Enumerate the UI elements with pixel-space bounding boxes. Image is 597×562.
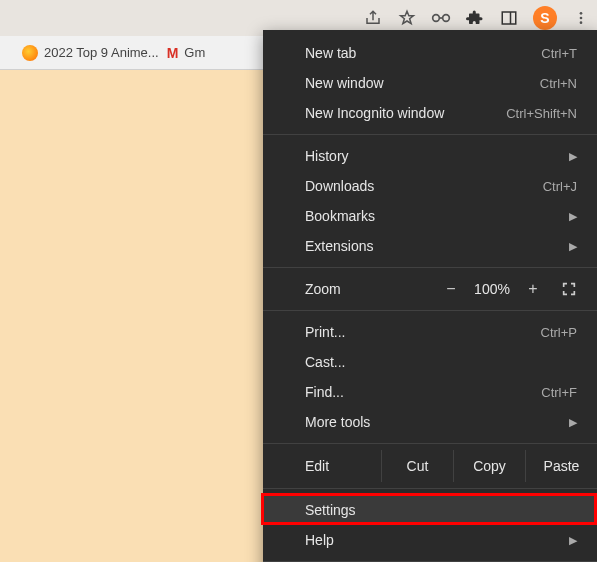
menu-new-window[interactable]: New window Ctrl+N <box>263 68 597 98</box>
menu-separator <box>263 310 597 311</box>
edit-label: Edit <box>263 450 381 482</box>
bookmark-item-gmail[interactable]: M Gm <box>167 45 206 61</box>
chevron-right-icon: ▶ <box>569 416 577 429</box>
menu-separator <box>263 134 597 135</box>
menu-label: New Incognito window <box>305 105 444 121</box>
zoom-in-button[interactable]: + <box>517 280 549 298</box>
menu-shortcut: Ctrl+N <box>540 76 577 91</box>
menu-edit-row: Edit Cut Copy Paste <box>263 450 597 482</box>
menu-label: Downloads <box>305 178 374 194</box>
menu-label: History <box>305 148 349 164</box>
menu-label: Help <box>305 532 334 548</box>
menu-shortcut: Ctrl+F <box>541 385 577 400</box>
avatar-letter: S <box>540 10 549 26</box>
chevron-right-icon: ▶ <box>569 240 577 253</box>
menu-history[interactable]: History ▶ <box>263 141 597 171</box>
extensions-icon[interactable] <box>465 8 485 28</box>
extension-link-icon[interactable] <box>431 8 451 28</box>
menu-label: Extensions <box>305 238 373 254</box>
zoom-out-button[interactable]: − <box>435 280 467 298</box>
menu-label: Print... <box>305 324 345 340</box>
menu-shortcut: Ctrl+Shift+N <box>506 106 577 121</box>
menu-label: Cast... <box>305 354 345 370</box>
menu-bookmarks[interactable]: Bookmarks ▶ <box>263 201 597 231</box>
chevron-right-icon: ▶ <box>569 150 577 163</box>
cut-button[interactable]: Cut <box>381 450 453 482</box>
bookmark-item-anime[interactable]: 2022 Top 9 Anime... <box>22 45 159 61</box>
svg-point-4 <box>580 12 583 15</box>
menu-label: Find... <box>305 384 344 400</box>
chrome-menu: New tab Ctrl+T New window Ctrl+N New Inc… <box>263 30 597 562</box>
menu-downloads[interactable]: Downloads Ctrl+J <box>263 171 597 201</box>
menu-shortcut: Ctrl+T <box>541 46 577 61</box>
menu-label: New tab <box>305 45 356 61</box>
favicon-anime-icon <box>22 45 38 61</box>
menu-new-incognito[interactable]: New Incognito window Ctrl+Shift+N <box>263 98 597 128</box>
menu-separator <box>263 267 597 268</box>
menu-separator <box>263 443 597 444</box>
svg-point-1 <box>443 15 450 22</box>
menu-extensions[interactable]: Extensions ▶ <box>263 231 597 261</box>
svg-rect-2 <box>502 12 516 24</box>
fullscreen-icon[interactable] <box>561 281 577 297</box>
profile-avatar[interactable]: S <box>533 6 557 30</box>
bookmark-label: 2022 Top 9 Anime... <box>44 45 159 60</box>
chevron-right-icon: ▶ <box>569 534 577 547</box>
menu-more-tools[interactable]: More tools ▶ <box>263 407 597 437</box>
menu-help[interactable]: Help ▶ <box>263 525 597 555</box>
menu-shortcut: Ctrl+J <box>543 179 577 194</box>
svg-point-6 <box>580 21 583 24</box>
menu-settings[interactable]: Settings <box>263 495 597 525</box>
bookmark-label: Gm <box>184 45 205 60</box>
zoom-value: 100% <box>467 281 517 297</box>
menu-print[interactable]: Print... Ctrl+P <box>263 317 597 347</box>
menu-cast[interactable]: Cast... <box>263 347 597 377</box>
menu-new-tab[interactable]: New tab Ctrl+T <box>263 38 597 68</box>
menu-zoom-row: Zoom − 100% + <box>263 274 597 304</box>
kebab-menu-icon[interactable] <box>571 8 591 28</box>
favicon-gmail-icon: M <box>167 45 179 61</box>
menu-label: New window <box>305 75 384 91</box>
svg-point-0 <box>433 15 440 22</box>
svg-point-5 <box>580 17 583 20</box>
menu-label: Bookmarks <box>305 208 375 224</box>
menu-separator <box>263 488 597 489</box>
copy-button[interactable]: Copy <box>453 450 525 482</box>
menu-label: More tools <box>305 414 370 430</box>
paste-button[interactable]: Paste <box>525 450 597 482</box>
side-panel-icon[interactable] <box>499 8 519 28</box>
star-icon[interactable] <box>397 8 417 28</box>
menu-find[interactable]: Find... Ctrl+F <box>263 377 597 407</box>
share-icon[interactable] <box>363 8 383 28</box>
menu-shortcut: Ctrl+P <box>541 325 577 340</box>
chevron-right-icon: ▶ <box>569 210 577 223</box>
menu-label: Settings <box>305 502 356 518</box>
zoom-label: Zoom <box>305 281 435 297</box>
